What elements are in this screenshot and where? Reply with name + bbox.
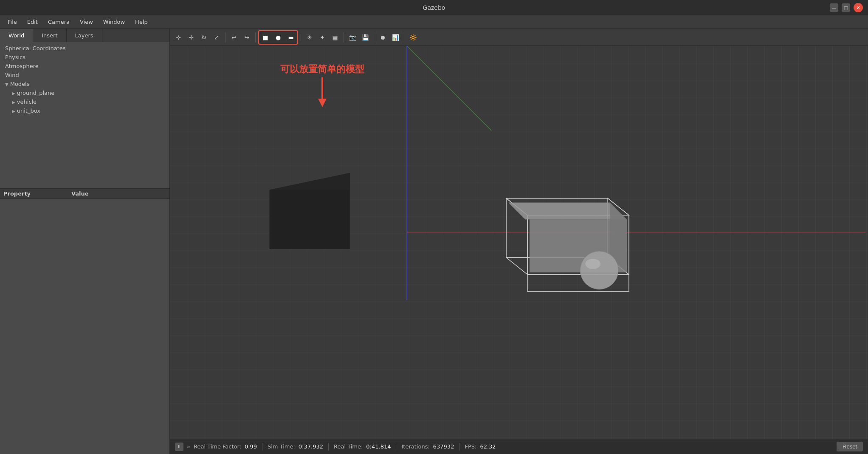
tree-item-ground-plane[interactable]: ▶ground_plane [0, 88, 169, 97]
rotate-tool-button[interactable]: ↻ [198, 31, 210, 43]
iterations-label: Iterations: [401, 443, 429, 450]
canvas-area[interactable]: 可以放置简单的模型 [170, 46, 868, 439]
scale-tool-button[interactable]: ⤢ [211, 31, 223, 43]
statusbar: ⏸ » Real Time Factor: 0.99 Sim Time: 0:3… [170, 439, 868, 454]
separator-6 [404, 32, 404, 43]
translate-tool-button[interactable]: ✛ [185, 31, 197, 43]
statusbar-sep-1 [262, 443, 262, 451]
annotation-text: 可以放置简单的模型 [280, 63, 364, 76]
real-time-value: 0:41.814 [366, 443, 391, 450]
menu-window[interactable]: Window [99, 17, 129, 27]
save-button[interactable]: 💾 [359, 31, 371, 43]
real-time-factor-label: Real Time Factor: [194, 443, 241, 450]
separator-3 [301, 32, 301, 43]
redo-button[interactable]: ↪ [241, 31, 253, 43]
arrow-head [318, 99, 327, 107]
fast-forward-icon: » [187, 443, 190, 450]
tab-layers[interactable]: Layers [67, 29, 102, 42]
plot-button[interactable]: 📊 [389, 31, 401, 43]
main-area: World Insert Layers Spherical Coordinate… [0, 29, 868, 454]
svg-point-16 [585, 259, 600, 269]
statusbar-sep-3 [396, 443, 396, 451]
sim-time-label: Sim Time: [268, 443, 295, 450]
iterations-value: 637932 [433, 443, 454, 450]
menubar: File Edit Camera View Window Help [0, 15, 868, 29]
lamp-button[interactable]: 🔆 [407, 31, 419, 43]
menu-view[interactable]: View [76, 17, 97, 27]
3d-scene [170, 46, 868, 439]
menu-edit[interactable]: Edit [23, 17, 42, 27]
tree-item-vehicle[interactable]: ▶vehicle [0, 97, 169, 106]
annotation: 可以放置简单的模型 [280, 63, 364, 107]
expand-arrow-unit-box: ▶ [12, 109, 15, 114]
tree-item-spherical-coordinates[interactable]: Spherical Coordinates [0, 44, 169, 53]
reset-button[interactable]: Reset [837, 442, 863, 451]
maximize-button[interactable]: □ [842, 3, 850, 12]
property-col-value: Value [71, 190, 166, 197]
menu-camera[interactable]: Camera [44, 17, 74, 27]
tree-item-wind[interactable]: Wind [0, 71, 169, 79]
tree-item-unit-box[interactable]: ▶unit_box [0, 106, 169, 115]
left-panel: World Insert Layers Spherical Coordinate… [0, 29, 170, 454]
property-header: Property Value [0, 189, 169, 199]
window-controls: — □ ✕ [830, 3, 863, 12]
property-panel: Property Value [0, 188, 169, 454]
light-tool-button[interactable]: ✦ [316, 31, 328, 43]
property-col-name: Property [3, 190, 71, 197]
tree-item-models[interactable]: ▼Models [0, 79, 169, 88]
expand-arrow-ground-plane: ▶ [12, 91, 15, 96]
expand-arrow-vehicle: ▶ [12, 100, 15, 105]
titlebar: Gazebo — □ ✕ [0, 0, 868, 15]
real-time-label: Real Time: [334, 443, 363, 450]
separator-2 [255, 32, 256, 43]
expand-arrow-models: ▼ [5, 82, 8, 87]
undo-button[interactable]: ↩ [228, 31, 240, 43]
svg-marker-4 [270, 173, 350, 190]
separator-5 [374, 32, 374, 43]
fps-value: 62.32 [480, 443, 496, 450]
tree-item-atmosphere[interactable]: Atmosphere [0, 62, 169, 71]
log-button[interactable]: ⏺ [377, 31, 389, 43]
sphere-tool-button[interactable]: ● [272, 31, 284, 43]
real-time-factor-value: 0.99 [245, 443, 257, 450]
tab-insert[interactable]: Insert [33, 29, 66, 42]
tree-item-physics[interactable]: Physics [0, 53, 169, 62]
statusbar-sep-2 [328, 443, 329, 451]
tabs: World Insert Layers [0, 29, 169, 42]
menu-file[interactable]: File [3, 17, 21, 27]
separator-1 [225, 32, 225, 43]
pause-button[interactable]: ⏸ [175, 443, 183, 451]
sun-tool-button[interactable]: ☀ [304, 31, 316, 43]
arrow-shaft [321, 77, 323, 99]
tree-panel: Spherical Coordinates Physics Atmosphere… [0, 42, 169, 188]
statusbar-sep-4 [459, 443, 459, 451]
tab-world[interactable]: World [0, 29, 33, 42]
cylinder-tool-button[interactable]: ▬ [285, 31, 297, 43]
fps-label: FPS: [465, 443, 476, 450]
sim-time-value: 0:37.932 [299, 443, 323, 450]
menu-help[interactable]: Help [131, 17, 152, 27]
screenshot-button[interactable]: 📷 [347, 31, 358, 43]
shape-tools-group: ■ ● ▬ [258, 30, 298, 45]
svg-marker-12 [508, 202, 627, 219]
grid-tool-button[interactable]: ▦ [329, 31, 341, 43]
minimize-button[interactable]: — [830, 3, 838, 12]
viewport: ⊹ ✛ ↻ ⤢ ↩ ↪ ■ ● ▬ ☀ ✦ ▦ 📷 💾 ⏺ 📊 [170, 29, 868, 454]
close-button[interactable]: ✕ [854, 3, 863, 12]
select-tool-button[interactable]: ⊹ [172, 31, 184, 43]
property-body [0, 199, 169, 454]
box-tool-button[interactable]: ■ [259, 31, 271, 43]
svg-line-0 [407, 46, 491, 131]
app-title: Gazebo [423, 4, 445, 11]
toolbar: ⊹ ✛ ↻ ⤢ ↩ ↪ ■ ● ▬ ☀ ✦ ▦ 📷 💾 ⏺ 📊 [170, 29, 868, 46]
separator-4 [344, 32, 344, 43]
